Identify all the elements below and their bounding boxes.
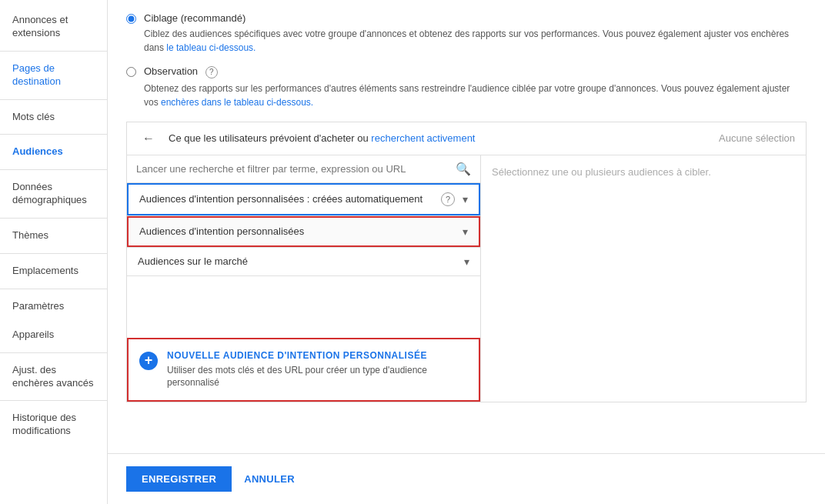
sidebar-item-pages[interactable]: Pages de destination <box>0 55 107 96</box>
panel-body: 🔍 Audiences d'intention personnalisées :… <box>127 155 806 402</box>
chevron-down-icon-auto[interactable]: ▾ <box>463 193 468 205</box>
panel-back-button[interactable]: ← <box>138 130 159 147</box>
observation-help-icon[interactable]: ? <box>205 66 218 78</box>
audience-group-header-custom[interactable]: Audiences d'intention personnalisées ▾ <box>127 216 480 247</box>
audience-group-auto-created: Audiences d'intention personnalisées : c… <box>127 183 480 216</box>
sidebar-item-ajust[interactable]: Ajust. des enchères avancés <box>0 356 107 398</box>
search-icon[interactable]: 🔍 <box>456 162 471 176</box>
chevron-down-icon-marche[interactable]: ▾ <box>464 255 469 268</box>
cancel-button[interactable]: ANNULER <box>244 473 295 485</box>
observation-title: Observation ? <box>144 65 807 78</box>
search-input[interactable] <box>136 163 456 175</box>
audience-group-header-marche[interactable]: Audiences sur le marché ▾ <box>127 248 480 275</box>
observation-radio[interactable] <box>126 67 136 77</box>
main-content: Ciblage (recommandé) Ciblez des audience… <box>108 0 825 453</box>
list-spacer <box>127 276 480 338</box>
sidebar-item-mots-cles[interactable]: Mots clés <box>0 103 107 132</box>
sidebar-item-historique[interactable]: Historique des modifications <box>0 404 107 446</box>
panel-header-text: Ce que les utilisateurs prévoient d'ache… <box>169 132 706 144</box>
sidebar-item-parametres[interactable]: Paramètres <box>0 292 107 321</box>
audience-group-header-auto[interactable]: Audiences d'intention personnalisées : c… <box>127 183 480 215</box>
chevron-down-icon-custom[interactable]: ▾ <box>463 225 468 238</box>
search-bar: 🔍 <box>127 155 480 183</box>
ciblage-radio[interactable] <box>126 14 136 24</box>
plus-circle-icon: + <box>139 352 158 370</box>
sidebar-item-themes[interactable]: Thèmes <box>0 222 107 250</box>
audience-panel: ← Ce que les utilisateurs prévoient d'ac… <box>126 122 807 403</box>
ciblage-option: Ciblage (recommandé) Ciblez des audience… <box>126 12 807 55</box>
question-icon-auto[interactable]: ? <box>441 192 455 206</box>
group-title-marche: Audiences sur le marché <box>138 255 248 267</box>
radio-section: Ciblage (recommandé) Ciblez des audience… <box>126 12 807 109</box>
sidebar-item-emplacements[interactable]: Emplacements <box>0 257 107 285</box>
new-audience-title: NOUVELLE AUDIENCE D'INTENTION PERSONNALI… <box>167 350 468 361</box>
observation-option: Observation ? Obtenez des rapports sur l… <box>126 65 807 109</box>
ciblage-desc: Ciblez des audiences spécifiques avec vo… <box>144 27 807 55</box>
panel-header: ← Ce que les utilisateurs prévoient d'ac… <box>127 122 806 155</box>
audience-list-panel: 🔍 Audiences d'intention personnalisées :… <box>127 155 481 402</box>
sidebar-item-donnees[interactable]: Données démographiques <box>0 173 107 215</box>
audience-group-marche: Audiences sur le marché ▾ <box>127 248 480 276</box>
new-audience-section[interactable]: + NOUVELLE AUDIENCE D'INTENTION PERSONNA… <box>127 338 480 402</box>
group-title-auto: Audiences d'intention personnalisées : c… <box>139 193 423 205</box>
sidebar-item-appareils[interactable]: Appareils <box>0 321 107 349</box>
ciblage-title: Ciblage (recommandé) <box>144 12 807 24</box>
audience-group-custom: Audiences d'intention personnalisées ▾ <box>127 216 480 248</box>
sidebar-item-annonces[interactable]: Annonces et extensions <box>0 6 107 48</box>
group-title-custom: Audiences d'intention personnalisées <box>139 225 304 237</box>
selection-desc: Sélectionnez une ou plusieurs audiences … <box>492 166 711 178</box>
selection-panel: Sélectionnez une ou plusieurs audiences … <box>481 155 806 402</box>
save-button[interactable]: ENREGISTRER <box>126 466 232 492</box>
sidebar: Annonces et extensions Pages de destinat… <box>0 0 108 504</box>
panel-selection-label: Aucune sélection <box>706 132 795 144</box>
observation-desc: Obtenez des rapports sur les performance… <box>144 82 807 109</box>
bottom-bar: ENREGISTRER ANNULER <box>108 453 825 504</box>
main-wrapper: Ciblage (recommandé) Ciblez des audience… <box>108 0 825 504</box>
sidebar-item-audiences[interactable]: Audiences <box>0 138 107 166</box>
new-audience-desc: Utiliser des mots clés et des URL pour c… <box>167 364 468 390</box>
